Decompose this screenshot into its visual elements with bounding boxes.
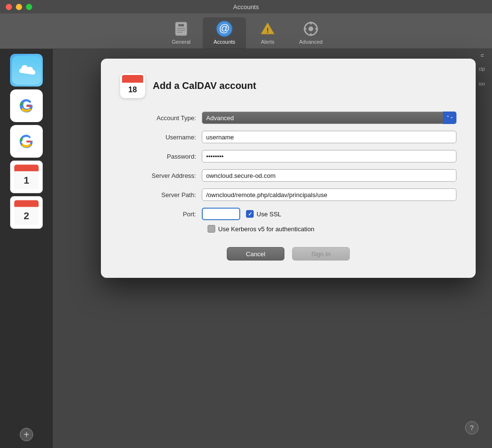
account-type-row: Account Type: Advanced (120, 112, 456, 124)
account-type-label: Account Type: (120, 114, 202, 122)
username-row: Username: (120, 131, 456, 143)
password-label: Password: (120, 153, 202, 160)
toolbar: General @ Accounts ! Alerts (0, 13, 492, 49)
server-address-input[interactable] (202, 169, 456, 182)
right-label-cip: cip (479, 66, 485, 72)
server-path-input[interactable] (202, 188, 456, 201)
svg-text:18: 18 (128, 86, 137, 94)
help-button[interactable]: ? (465, 421, 479, 435)
svg-rect-13 (304, 28, 307, 30)
kerberos-checkbox[interactable] (208, 225, 215, 233)
ssl-checkbox-row: Use SSL (246, 210, 281, 218)
kerberos-label: Use Kerberos v5 for authentication (218, 225, 314, 233)
port-label: Port: (120, 211, 202, 218)
caldav-modal: 18 Add a CalDAV account Account Type: Ad… (101, 59, 476, 278)
right-label-ion: ion (479, 81, 485, 87)
window-controls (6, 4, 32, 10)
svg-text:2: 2 (24, 210, 29, 221)
account-type-select-wrapper: Advanced (202, 112, 456, 124)
minimize-button[interactable] (16, 4, 22, 10)
general-label: General (172, 39, 190, 45)
svg-rect-12 (310, 33, 312, 36)
sidebar-account-google2[interactable] (10, 125, 43, 158)
close-button[interactable] (6, 4, 12, 10)
port-controls: Use SSL (202, 208, 281, 220)
content-panel: 18 Add a CalDAV account Account Type: Ad… (53, 49, 492, 448)
title-bar: Accounts (0, 0, 492, 13)
port-row: Port: Use SSL (120, 208, 456, 220)
svg-rect-2 (177, 28, 185, 29)
account-type-select[interactable]: Advanced (202, 112, 456, 124)
port-input[interactable] (202, 208, 240, 220)
alerts-label: Alerts (261, 39, 274, 45)
accounts-label: Accounts (213, 39, 235, 45)
use-ssl-checkbox[interactable] (246, 210, 254, 218)
right-label-n: n (479, 54, 485, 57)
cancel-button[interactable]: Cancel (227, 247, 284, 261)
username-label: Username: (120, 134, 202, 141)
svg-rect-14 (315, 28, 318, 30)
use-ssl-label: Use SSL (257, 211, 281, 218)
server-address-row: Server Address: (120, 169, 456, 182)
toolbar-item-advanced[interactable]: Advanced (289, 17, 332, 49)
sidebar: G (0, 49, 53, 448)
server-address-label: Server Address: (120, 172, 202, 179)
general-icon (172, 20, 190, 37)
advanced-label: Advanced (299, 39, 323, 45)
svg-rect-21 (14, 165, 39, 173)
advanced-icon (302, 20, 320, 37)
sidebar-account-google1[interactable]: G (10, 89, 43, 122)
modal-title: Add a CalDAV account (153, 80, 256, 91)
svg-rect-32 (122, 81, 143, 83)
window-title: Accounts (233, 3, 258, 11)
svg-rect-1 (178, 24, 184, 26)
svg-text:!: ! (267, 26, 269, 34)
accounts-icon: @ (216, 20, 233, 37)
svg-rect-11 (310, 22, 312, 25)
modal-header: 18 Add a CalDAV account (120, 73, 456, 98)
svg-point-10 (308, 26, 313, 31)
username-input[interactable] (202, 131, 456, 143)
sidebar-account-icloud[interactable] (10, 54, 43, 87)
modal-buttons: Cancel Sign In (120, 247, 456, 263)
kerberos-row: Use Kerberos v5 for authentication (120, 225, 456, 233)
alerts-icon: ! (259, 20, 276, 37)
sidebar-account-calendar2[interactable]: 2 (10, 196, 43, 229)
password-row: Password: (120, 150, 456, 162)
server-path-label: Server Path: (120, 191, 202, 199)
toolbar-item-accounts[interactable]: @ Accounts (203, 17, 246, 49)
svg-rect-3 (177, 30, 185, 31)
svg-text:@: @ (219, 22, 230, 34)
maximize-button[interactable] (26, 4, 32, 10)
add-account-button[interactable]: + (20, 428, 33, 441)
password-input[interactable] (202, 150, 456, 162)
toolbar-item-alerts[interactable]: ! Alerts (246, 17, 289, 49)
server-path-row: Server Path: (120, 188, 456, 201)
svg-rect-4 (177, 32, 183, 33)
svg-rect-30 (122, 75, 143, 82)
caldav-icon: 18 (120, 73, 145, 98)
main-area: G (0, 49, 492, 448)
svg-text:1: 1 (24, 174, 29, 186)
toolbar-item-general[interactable]: General (160, 17, 203, 49)
sidebar-account-calendar1[interactable]: 1 (10, 161, 43, 193)
svg-rect-26 (14, 200, 39, 208)
sign-in-button[interactable]: Sign In (292, 247, 350, 261)
